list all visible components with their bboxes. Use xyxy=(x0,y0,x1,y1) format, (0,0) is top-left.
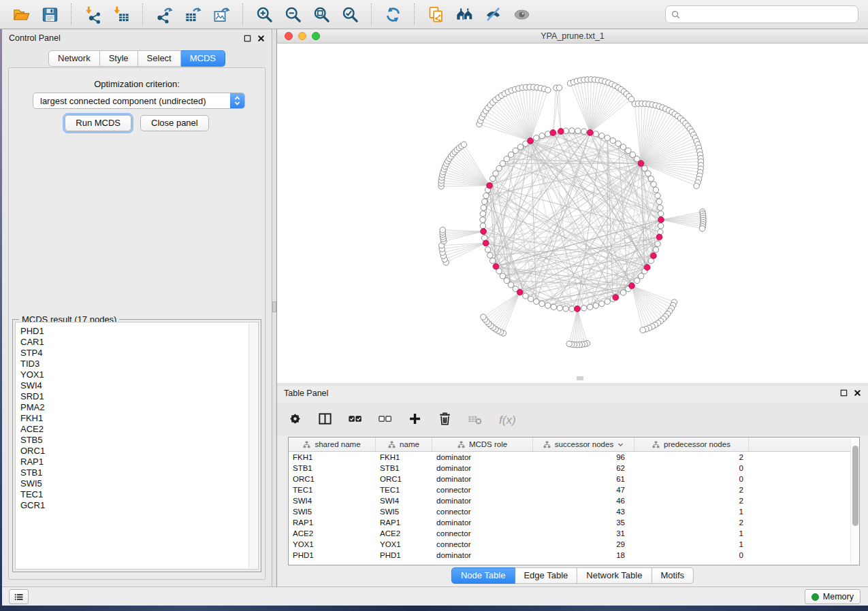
result-list-item[interactable]: SWI4 xyxy=(20,380,258,391)
toolbar-icon-group xyxy=(7,3,536,25)
table-cell: 0 xyxy=(634,551,749,559)
table-cell: connector xyxy=(432,529,533,538)
mcds-result-list[interactable]: PHD1CAR1STP4TID3YOX1SWI4SRD1PMA2FKH1ACE2… xyxy=(15,322,259,569)
float-panel-icon[interactable] xyxy=(244,35,251,42)
network-overview-icon[interactable] xyxy=(454,4,475,24)
tab-select[interactable]: Select xyxy=(138,50,181,67)
export-table-icon[interactable] xyxy=(182,4,203,24)
result-list-item[interactable]: FKH1 xyxy=(20,413,258,424)
table-tab-edge-table[interactable]: Edge Table xyxy=(515,567,577,584)
network-canvas[interactable] xyxy=(277,44,868,383)
tab-mcds[interactable]: MCDS xyxy=(181,50,225,67)
table-cell: dominator xyxy=(432,551,533,559)
result-list-item[interactable]: STB5 xyxy=(20,435,258,446)
table-scrollbar-thumb[interactable] xyxy=(852,446,858,526)
tab-style[interactable]: Style xyxy=(100,50,138,67)
table-settings-icon[interactable] xyxy=(287,411,303,427)
show-details-icon[interactable] xyxy=(511,4,532,24)
result-list-item[interactable]: YOX1 xyxy=(20,369,258,380)
column-header-MCDS-role[interactable]: MCDS role xyxy=(432,437,533,451)
table-cell: ACE2 xyxy=(376,529,432,538)
zoom-selected-icon[interactable] xyxy=(340,4,360,24)
result-list-scrollbar[interactable] xyxy=(248,323,257,568)
column-header-name[interactable]: name xyxy=(376,437,432,451)
zoom-in-icon[interactable] xyxy=(254,4,274,24)
float-table-panel-icon[interactable] xyxy=(840,389,848,397)
result-list-item[interactable]: RAP1 xyxy=(20,457,258,467)
save-session-icon[interactable] xyxy=(39,4,60,24)
deselect-all-icon[interactable] xyxy=(377,411,393,427)
run-mcds-button[interactable]: Run MCDS xyxy=(65,115,131,131)
result-list-item[interactable]: SWI5 xyxy=(20,478,258,489)
table-row[interactable]: TEC1TEC1connector472 xyxy=(289,484,859,495)
table-cell: 62 xyxy=(533,464,634,472)
minimize-window-icon[interactable] xyxy=(298,32,306,40)
result-list-item[interactable]: GCR1 xyxy=(20,500,258,511)
zoom-out-icon[interactable] xyxy=(283,4,303,24)
table-row[interactable]: PHD1PHD1dominator180 xyxy=(289,550,859,561)
table-tab-node-table[interactable]: Node Table xyxy=(451,567,515,584)
vertical-splitter[interactable] xyxy=(272,29,277,587)
memory-button[interactable]: Memory xyxy=(805,589,861,604)
function-builder-icon: f(x) xyxy=(497,411,521,427)
export-network-icon[interactable] xyxy=(154,4,174,24)
table-scrollbar[interactable] xyxy=(850,438,859,564)
delete-column-icon[interactable] xyxy=(437,411,453,427)
open-session-icon[interactable] xyxy=(11,4,31,24)
search-box[interactable] xyxy=(665,5,858,23)
close-window-icon[interactable] xyxy=(285,32,293,40)
toolbar-separator xyxy=(71,3,71,25)
table-row[interactable]: ORC1ORC1dominator610 xyxy=(289,474,859,484)
result-list-item[interactable]: ORC1 xyxy=(20,446,258,457)
criterion-dropdown[interactable]: largest connected component (undirected) xyxy=(33,93,245,109)
table-row[interactable]: SWI4SWI4dominator462 xyxy=(289,495,859,506)
zoom-fit-icon[interactable] xyxy=(311,4,332,24)
table-row[interactable]: FKH1FKH1dominator962 xyxy=(289,452,859,463)
splitter-handle[interactable] xyxy=(272,301,276,312)
export-image-icon[interactable] xyxy=(211,4,231,24)
table-row[interactable]: YOX1YOX1connector291 xyxy=(289,539,859,550)
result-list-item[interactable]: ACE2 xyxy=(20,424,258,435)
column-label: shared name xyxy=(315,440,360,448)
table-tab-motifs[interactable]: Motifs xyxy=(652,567,694,584)
control-panel: Control Panel NetworkStyleSelectMCDS Opt… xyxy=(2,29,272,587)
result-list-item[interactable]: SRD1 xyxy=(20,391,258,402)
table-tab-network-table[interactable]: Network Table xyxy=(577,567,652,584)
select-all-icon[interactable] xyxy=(347,411,363,427)
result-list-item[interactable]: STB1 xyxy=(20,467,258,478)
svg-text:f(x): f(x) xyxy=(499,413,516,426)
table-row[interactable]: SWI5SWI5connector431 xyxy=(289,506,859,517)
mcds-panel: Optimization criterion: largest connecte… xyxy=(8,67,266,580)
task-history-button[interactable] xyxy=(9,589,29,604)
column-header-successor-nodes[interactable]: successor nodes xyxy=(533,437,634,451)
column-header-predecessor-nodes[interactable]: predecessor nodes xyxy=(634,437,749,451)
table-row[interactable]: ACE2ACE2connector311 xyxy=(289,528,859,539)
column-header-shared-name[interactable]: shared name xyxy=(289,437,376,451)
table-cell: SWI4 xyxy=(289,497,376,505)
show-columns-icon[interactable] xyxy=(317,411,333,427)
clone-network-icon[interactable] xyxy=(425,4,446,24)
hide-details-icon[interactable] xyxy=(483,4,503,24)
result-list-item[interactable]: CAR1 xyxy=(20,337,258,348)
import-table-icon[interactable] xyxy=(111,4,131,24)
table-row[interactable]: STB1STB1dominator620 xyxy=(289,463,859,474)
maximize-window-icon[interactable] xyxy=(312,32,320,40)
close-panel-icon[interactable] xyxy=(257,35,265,42)
search-input[interactable] xyxy=(684,7,858,21)
result-list-item[interactable]: STP4 xyxy=(20,348,258,359)
table-cell: dominator xyxy=(432,497,533,505)
table-row[interactable]: RAP1RAP1dominator352 xyxy=(289,517,859,528)
refresh-icon[interactable] xyxy=(383,4,403,24)
import-network-icon[interactable] xyxy=(82,4,103,24)
result-list-item[interactable]: PHD1 xyxy=(20,326,258,337)
close-table-panel-icon[interactable] xyxy=(854,389,861,397)
table-cell: 2 xyxy=(634,486,749,494)
table-cell: SWI4 xyxy=(376,497,432,505)
close-panel-button[interactable]: Close panel xyxy=(140,115,209,131)
result-list-item[interactable]: TEC1 xyxy=(20,489,258,500)
result-list-item[interactable]: TID3 xyxy=(20,359,258,369)
add-column-icon[interactable] xyxy=(407,411,423,427)
result-list-item[interactable]: PMA2 xyxy=(20,402,258,413)
table-cell: 43 xyxy=(533,508,634,516)
tab-network[interactable]: Network xyxy=(48,50,100,67)
